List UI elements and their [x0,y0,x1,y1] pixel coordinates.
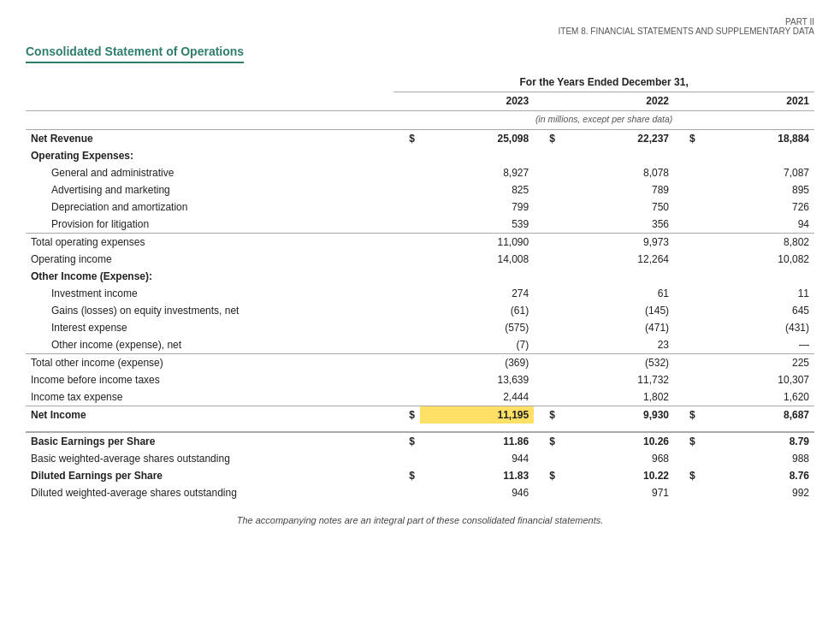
dollar1-net-revenue: $ [393,130,420,148]
val2023-diluted-eps: 11.83 [420,467,534,484]
val2022-adv-marketing: 789 [560,181,674,198]
row-label-diluted-weighted: Diluted weighted-average shares outstand… [26,484,393,501]
dollar3-gen-admin [674,164,701,181]
units-row: (in millions, except per share data) [26,111,814,130]
table-row-income-before-tax: Income before income taxes13,63911,73210… [26,371,814,388]
table-row-net-revenue: Net Revenue$25,098$22,237$18,884 [26,130,814,148]
dollar2-total-op-exp [534,234,560,252]
dollar2-investment-income [534,285,560,302]
val2023-gains-losses: (61) [420,302,534,319]
dollar1-total-op-exp [393,234,420,252]
units-label: (in millions, except per share data) [393,111,814,130]
dollar-col-2 [534,92,560,111]
dollar2-basic-eps: $ [534,432,560,450]
val2023-adv-marketing: 825 [420,181,534,198]
dollar1-gains-losses [393,302,420,319]
val2021-op-income: 10,082 [701,251,814,268]
table-row-provision-lit: Provision for litigation53935694 [26,216,814,234]
dollar1-basic-weighted [393,450,420,467]
row-label-total-op-exp: Total operating expenses [26,234,393,252]
table-row-other-income-heading: Other Income (Expense): [26,268,814,285]
row-label-op-income: Operating income [26,251,393,268]
val2023-total-other: (369) [420,354,534,372]
row-label-gen-admin: General and administrative [26,164,393,181]
table-row-operating-expenses: Operating Expenses: [26,147,814,164]
val2021-diluted-weighted: 992 [701,484,814,501]
val2023-other-income-net: (7) [420,336,534,354]
dollar1-gen-admin [393,164,420,181]
dollar1-net-income: $ [393,406,420,424]
dollar3-op-income [674,251,701,268]
dollar1-op-income [393,251,420,268]
dollar1-other-income-net [393,336,420,354]
dollar1-dep-amort [393,198,420,216]
dollar2-gains-losses [534,302,560,319]
table-row-investment-income: Investment income2746111 [26,285,814,302]
year-2023: 2023 [420,92,534,111]
dollar1-total-other [393,354,420,372]
val2022-income-before-tax: 11,732 [560,371,674,388]
val2021-gen-admin: 7,087 [701,164,814,181]
val2022-total-op-exp: 9,973 [560,234,674,252]
dollar3-basic-weighted [674,450,701,467]
row-label-basic-weighted: Basic weighted-average shares outstandin… [26,450,393,467]
dollar2-diluted-weighted [534,484,560,501]
table-row-income-tax-exp: Income tax expense2,4441,8021,620 [26,388,814,406]
val2021-total-other: 225 [701,354,814,372]
val2022-net-income: 9,930 [560,406,674,424]
dollar3-total-other [674,354,701,372]
dollar3-other-income-net [674,336,701,354]
dollar1-diluted-eps: $ [393,467,420,484]
val2023-interest-exp: (575) [420,319,534,336]
dollar3-gains-losses [674,302,701,319]
row-label-dep-amort: Depreciation and amortization [26,198,393,216]
val2023-investment-income: 274 [420,285,534,302]
row-label-gains-losses: Gains (losses) on equity investments, ne… [26,302,393,319]
header-info: PART II ITEM 8. FINANCIAL STATEMENTS AND… [26,17,814,36]
row-label-other-income-net: Other income (expense), net [26,336,393,354]
table-row-net-income: Net Income$11,195$9,930$8,687 [26,406,814,424]
table-row-basic-weighted: Basic weighted-average shares outstandin… [26,450,814,467]
dollar2-dep-amort [534,198,560,216]
dollar3-dep-amort [674,198,701,216]
dollar2-diluted-eps: $ [534,467,560,484]
table-row-diluted-eps: Diluted Earnings per Share$11.83$10.22$8… [26,467,814,484]
dollar3-net-revenue: $ [674,130,701,148]
item-label: ITEM 8. FINANCIAL STATEMENTS AND SUPPLEM… [26,27,814,36]
dollar1-interest-exp [393,319,420,336]
val2023-diluted-weighted: 946 [420,484,534,501]
val2023-total-op-exp: 11,090 [420,234,534,252]
row-label-operating-expenses: Operating Expenses: [26,147,393,164]
row-label-provision-lit: Provision for litigation [26,216,393,234]
dollar3-adv-marketing [674,181,701,198]
row-label-diluted-eps: Diluted Earnings per Share [26,467,393,484]
dollar3-interest-exp [674,319,701,336]
dollar1-basic-eps: $ [393,432,420,450]
period-header: For the Years Ended December 31, [393,74,814,92]
dollar3-diluted-eps: $ [674,467,701,484]
dollar3-diluted-weighted [674,484,701,501]
val2023-basic-eps: 11.86 [420,432,534,450]
row-label-net-income: Net Income [26,406,393,424]
val2023-net-revenue: 25,098 [420,130,534,148]
val2022-net-revenue: 22,237 [560,130,674,148]
table-row-other-income-net: Other income (expense), net(7)23— [26,336,814,354]
row-label-income-before-tax: Income before income taxes [26,371,393,388]
val2022-total-other: (532) [560,354,674,372]
part-label: PART II [26,17,814,27]
val2023-dep-amort: 799 [420,198,534,216]
table-row-dep-amort: Depreciation and amortization799750726 [26,198,814,216]
table-row-adv-marketing: Advertising and marketing825789895 [26,181,814,198]
val2022-diluted-eps: 10.22 [560,467,674,484]
table-row-total-op-exp: Total operating expenses11,0909,9738,802 [26,234,814,252]
dollar2-income-tax-exp [534,388,560,406]
val2023-basic-weighted: 944 [420,450,534,467]
val2022-gains-losses: (145) [560,302,674,319]
val2023-gen-admin: 8,927 [420,164,534,181]
dollar1-diluted-weighted [393,484,420,501]
val2021-total-op-exp: 8,802 [701,234,814,252]
val2021-investment-income: 11 [701,285,814,302]
val2021-gains-losses: 645 [701,302,814,319]
dollar1-adv-marketing [393,181,420,198]
val2021-income-before-tax: 10,307 [701,371,814,388]
